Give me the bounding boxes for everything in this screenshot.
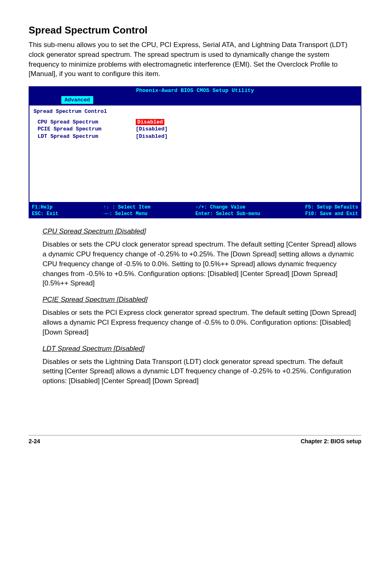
- item-heading-ldt: LDT Spread Spectrum [Disabled]: [43, 345, 361, 353]
- bios-row-value: [Disabled]: [136, 133, 168, 140]
- bios-help-col: F1:Help ESC: Exit: [32, 204, 58, 217]
- bios-value-highlighted: Disabled: [136, 119, 164, 125]
- bios-row-label: LDT Spread Spectrum: [34, 133, 136, 140]
- bios-help-bar: F1:Help ESC: Exit ↑↓ : Select Item →←: S…: [29, 203, 361, 218]
- bios-row: LDT Spread Spectrum [Disabled]: [34, 133, 356, 140]
- footer-page-number: 2-24: [29, 438, 40, 444]
- bios-title: Phoenix-Award BIOS CMOS Setup Utility: [29, 86, 361, 95]
- bios-help-col: F5: Setup Defaults F10: Save and Exit: [305, 204, 358, 217]
- bios-help-text: →←: Select Menu: [103, 211, 148, 217]
- page-footer: 2-24 Chapter 2: BIOS setup: [29, 435, 361, 444]
- bios-sub-title: Spread Spectrum Control: [29, 105, 361, 117]
- bios-menu-bar: Advanced: [29, 95, 361, 105]
- bios-help-col: -/+: Change Value Enter: Select Sub-menu: [195, 204, 260, 217]
- bios-row: PCIE Spread Spectrum [Disabled]: [34, 126, 356, 133]
- bios-row-label: PCIE Spread Spectrum: [34, 126, 136, 133]
- bios-screenshot: Phoenix-Award BIOS CMOS Setup Utility Ad…: [29, 86, 361, 218]
- bios-help-text: ↑↓ : Select Item: [103, 204, 150, 210]
- bios-help-text: F10: Save and Exit: [305, 211, 358, 217]
- item-heading-cpu: CPU Spread Spectrum [Disabled]: [43, 227, 361, 236]
- bios-help-text: F5: Setup Defaults: [305, 204, 358, 210]
- bios-row-label: CPU Spread Spectrum: [34, 119, 136, 126]
- intro-text: This sub-menu allows you to set the CPU,…: [29, 40, 361, 79]
- bios-row: CPU Spread Spectrum Disabled: [34, 119, 356, 126]
- bios-help-text: F1:Help: [32, 204, 52, 210]
- bios-help-text: Enter: Select Sub-menu: [195, 211, 260, 217]
- footer-chapter: Chapter 2: BIOS setup: [300, 438, 361, 444]
- bios-help-col: ↑↓ : Select Item →←: Select Menu: [103, 204, 150, 217]
- item-body-pcie: Disables or sets the PCI Express clock g…: [43, 308, 361, 337]
- bios-help-text: -/+: Change Value: [195, 204, 245, 210]
- section-title: Spread Spectrum Control: [29, 25, 361, 36]
- bios-menu-tab-advanced: Advanced: [61, 96, 93, 104]
- bios-body: CPU Spread Spectrum Disabled PCIE Spread…: [29, 117, 361, 203]
- item-heading-pcie: PCIE Spread Spectrum [Disabled]: [43, 296, 361, 304]
- item-body-cpu: Disables or sets the CPU clock generator…: [43, 240, 361, 288]
- item-body-ldt: Disables or sets the Lightning Data Tran…: [43, 357, 361, 386]
- bios-row-value: Disabled: [136, 119, 164, 126]
- bios-row-value: [Disabled]: [136, 126, 168, 133]
- bios-help-text: ESC: Exit: [32, 211, 58, 217]
